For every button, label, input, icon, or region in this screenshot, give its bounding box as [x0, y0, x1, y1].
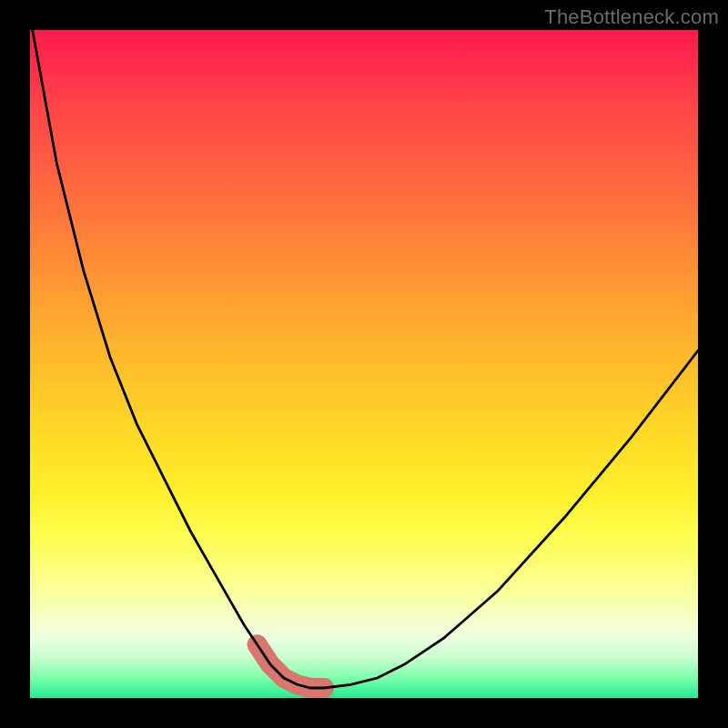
watermark-text: TheBottleneck.com — [544, 5, 719, 29]
chart-curve-line — [30, 30, 698, 688]
chart-svg — [30, 30, 698, 698]
chart-plot-area — [30, 30, 698, 698]
